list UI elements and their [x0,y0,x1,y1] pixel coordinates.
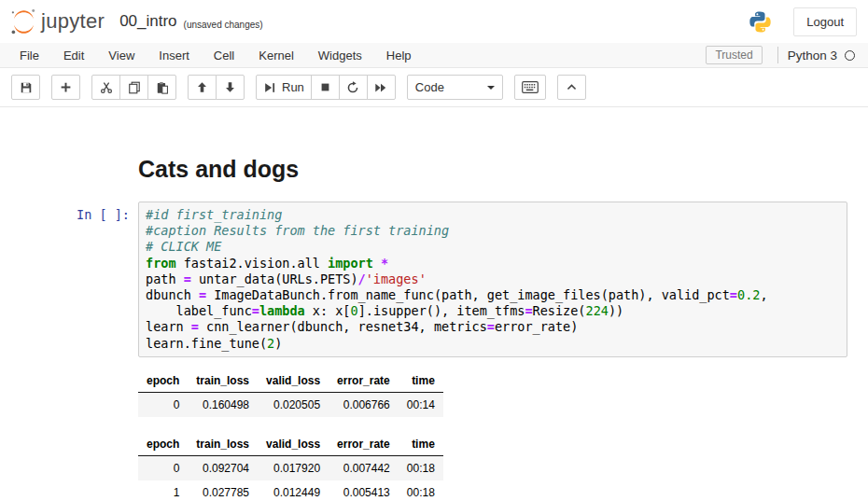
column-header: time [399,433,443,456]
training-results-table-2: epochtrain_lossvalid_losserror_ratetime0… [138,433,443,501]
kernel-name: Python 3 [788,49,837,63]
move-cell-down-button[interactable] [216,75,245,100]
trusted-button[interactable]: Trusted [706,46,762,64]
keyboard-icon [522,81,539,93]
column-header: error_rate [329,369,399,393]
notebook-header: jupyter 00_intro (unsaved changes) Logou… [0,0,868,43]
command-palette-button[interactable] [514,75,546,100]
table-cell: 00:18 [399,455,443,480]
restart-kernel-button[interactable] [339,75,368,100]
save-button[interactable] [11,75,40,100]
table-cell: 0 [138,455,188,480]
table-cell: 0.017920 [258,455,329,480]
arrow-up-icon [196,81,208,93]
python-kernel-logo-icon [748,9,773,35]
code-line: label_func=lambda x: x[0].isupper(), ite… [146,303,840,319]
restart-icon [346,81,359,94]
kernel-idle-icon [845,50,855,61]
jupyter-logo-text: jupyter [41,9,105,34]
cell-type-select[interactable]: Code [407,75,503,100]
jupyter-logo-icon [9,7,38,36]
code-lines: #id first_training#caption Results from … [146,207,840,352]
code-editor[interactable]: #id first_training#caption Results from … [138,202,847,357]
code-cell[interactable]: In [ ]: #id first_training#caption Resul… [0,202,868,357]
table-cell: 0.020505 [258,392,329,417]
code-line: path = untar_data(URLs.PETS)/'images' [146,271,840,287]
divider [777,47,778,63]
chevron-up-icon [566,81,578,93]
table-row: 00.1604980.0205050.00676600:14 [138,392,443,417]
code-line: #caption Results from the first training [146,223,840,239]
toolbar: Run Code [0,68,868,107]
notebook-name[interactable]: 00_intro [119,12,176,31]
markdown-heading: Cats and dogs [138,156,847,183]
menu-item-file[interactable]: File [7,44,51,67]
column-header: epoch [138,369,188,393]
code-line: # CLICK ME [146,239,840,255]
code-line: dbunch = ImageDataBunch.from_name_func(p… [146,287,840,303]
table-cell: 0.005413 [329,480,399,501]
arrow-down-icon [224,81,236,93]
menu-item-view[interactable]: View [96,44,147,67]
paste-icon [156,81,169,94]
menu-item-kernel[interactable]: Kernel [246,44,306,67]
notebook-area: Cats and dogs In [ ]: #id first_training… [0,107,868,501]
fast-forward-icon [374,81,387,94]
table-cell: 0.160498 [188,392,258,417]
copy-icon [128,81,141,94]
run-button-label: Run [282,80,304,94]
table-cell: 1 [138,480,188,501]
table-cell: 0.007442 [329,455,399,480]
interrupt-kernel-button[interactable] [311,75,340,100]
logout-button[interactable]: Logout [793,7,857,36]
column-header: train_loss [188,433,258,456]
menu-item-edit[interactable]: Edit [51,44,96,67]
code-line: from fastai2.vision.all import * [146,256,840,271]
checkpoint-status: (unsaved changes) [184,20,263,30]
column-header: error_rate [329,433,399,456]
scissors-icon [100,81,113,94]
code-line: learn.fine_tune(2) [146,336,840,352]
column-header: valid_loss [258,369,329,393]
output-area: epochtrain_lossvalid_losserror_ratetime0… [0,369,868,501]
column-header: epoch [138,433,188,456]
menu-item-help[interactable]: Help [374,44,424,67]
input-prompt: In [ ]: [0,202,138,223]
paste-cells-button[interactable] [147,75,176,100]
restart-run-all-button[interactable] [367,75,396,100]
menu-bar: FileEditViewInsertCellKernelWidgetsHelp [7,44,424,67]
dropdown-caret-icon [487,86,495,90]
cell-type-value: Code [415,80,444,94]
output-prompt [0,369,138,375]
run-icon [263,81,276,94]
table-cell: 0.006766 [329,392,399,417]
plus-icon [60,81,72,93]
markdown-prompt [0,156,138,161]
code-line: learn = cnn_learner(dbunch, resnet34, me… [146,319,840,335]
table-cell: 0 [138,392,188,417]
column-header: train_loss [188,369,258,393]
table-cell: 00:14 [399,392,443,417]
save-icon [20,81,33,94]
cut-cells-button[interactable] [91,75,120,100]
code-line: #id first_training [146,207,840,223]
move-cell-up-button[interactable] [188,75,217,100]
menu-item-widgets[interactable]: Widgets [306,44,374,67]
run-cell-button[interactable]: Run [256,75,312,100]
menu-bar-container: FileEditViewInsertCellKernelWidgetsHelp … [0,43,868,68]
menu-item-cell[interactable]: Cell [202,44,246,67]
stop-icon [319,81,331,93]
jupyter-logo[interactable]: jupyter [9,7,105,36]
table-cell: 0.092704 [188,455,258,480]
table-cell: 0.012449 [258,480,329,501]
column-header: valid_loss [258,433,329,456]
column-header: time [399,369,443,393]
markdown-cell[interactable]: Cats and dogs [0,156,868,183]
menu-item-insert[interactable]: Insert [147,44,202,67]
table-cell: 00:18 [399,480,443,501]
insert-cell-below-button[interactable] [51,75,80,100]
table-row: 10.0277850.0124490.00541300:18 [138,480,443,501]
collapse-toolbar-button[interactable] [557,75,586,100]
training-results-table-1: epochtrain_lossvalid_losserror_ratetime0… [138,369,443,417]
copy-cells-button[interactable] [119,75,148,100]
